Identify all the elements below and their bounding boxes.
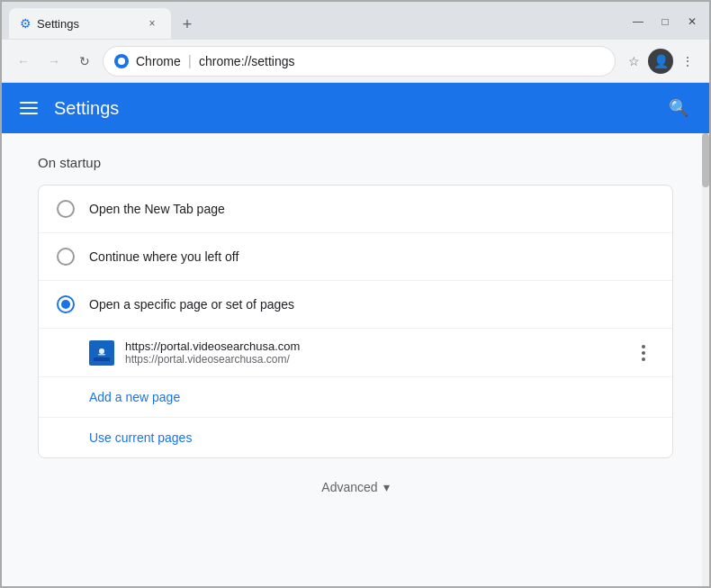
advanced-arrow-icon: ▾ [383,480,390,494]
svg-point-2 [99,348,104,354]
back-button[interactable]: ← [11,49,36,74]
advanced-link[interactable]: Advanced [321,480,377,494]
radio-circle-specific [57,295,75,313]
browser-menu-button[interactable]: ⋮ [675,49,700,74]
site-icon [114,54,129,68]
address-bar[interactable]: Chrome | chrome://settings [103,46,616,77]
favicon-svg [94,345,110,361]
radio-circle-new-tab [57,200,75,218]
tab-close-button[interactable]: × [144,15,160,32]
radio-label-new-tab: Open the New Tab page [89,202,225,216]
radio-circle-continue [57,248,75,266]
navigation-bar: ← → ↻ Chrome | chrome://settings ☆ 👤 ⋮ [2,40,709,83]
tab-title: Settings [37,17,139,31]
settings-header-left: Settings [16,98,119,119]
on-startup-section-title: On startup [38,155,673,170]
page-favicon [89,340,114,366]
radio-option-continue[interactable]: Continue where you left off [39,233,672,281]
active-tab[interactable]: ⚙ Settings × [9,8,171,39]
use-current-pages-link[interactable]: Use current pages [39,418,672,457]
advanced-section: Advanced ▾ [38,480,673,512]
add-new-page-link[interactable]: Add a new page [39,377,672,418]
browser-frame: ⚙ Settings × + — □ ✕ ← → ↻ Chrome | chro… [0,0,711,588]
settings-body-wrapper: On startup Open the New Tab page Continu… [2,133,709,586]
radio-option-specific[interactable]: Open a specific page or set of pages [39,281,672,329]
hamburger-menu-button[interactable] [16,98,41,118]
scrollbar-track[interactable] [702,133,709,586]
forward-button[interactable]: → [41,49,67,74]
window-controls: — □ ✕ [628,12,702,35]
tab-bar: ⚙ Settings × + [9,8,621,39]
close-button[interactable]: ✕ [682,12,702,32]
svg-rect-1 [94,357,110,361]
radio-label-continue: Continue where you left off [89,249,238,264]
page-name: https://portal.videosearchusa.com [125,339,622,353]
page-url: https://portal.videosearchusa.com/ [125,353,622,366]
svg-rect-3 [98,354,105,356]
address-divider: | [188,53,192,69]
nav-actions: ☆ 👤 ⋮ [621,49,700,74]
new-tab-button[interactable]: + [175,12,200,37]
radio-label-specific: Open a specific page or set of pages [89,297,294,312]
refresh-button[interactable]: ↻ [72,49,97,74]
maximize-button[interactable]: □ [655,12,675,32]
page-entry: https://portal.videosearchusa.com https:… [39,329,672,377]
profile-button[interactable]: 👤 [648,49,673,74]
settings-tab-icon: ⚙ [20,16,32,31]
page-menu-button[interactable] [633,342,654,364]
profile-icon: 👤 [653,54,669,68]
radio-option-new-tab[interactable]: Open the New Tab page [39,185,672,233]
bookmark-button[interactable]: ☆ [621,49,646,74]
settings-page-title: Settings [54,98,119,119]
settings-search-button[interactable]: 🔍 [662,92,695,124]
site-name: Chrome [136,54,181,68]
settings-content: On startup Open the New Tab page Continu… [2,133,709,586]
minimize-button[interactable]: — [628,12,648,32]
settings-header: Settings 🔍 [2,83,709,133]
address-url: chrome://settings [199,54,295,68]
title-bar: ⚙ Settings × + — □ ✕ [2,2,709,40]
startup-card: Open the New Tab page Continue where you… [38,185,673,458]
scrollbar-thumb[interactable] [702,133,709,187]
page-info: https://portal.videosearchusa.com https:… [125,339,622,366]
